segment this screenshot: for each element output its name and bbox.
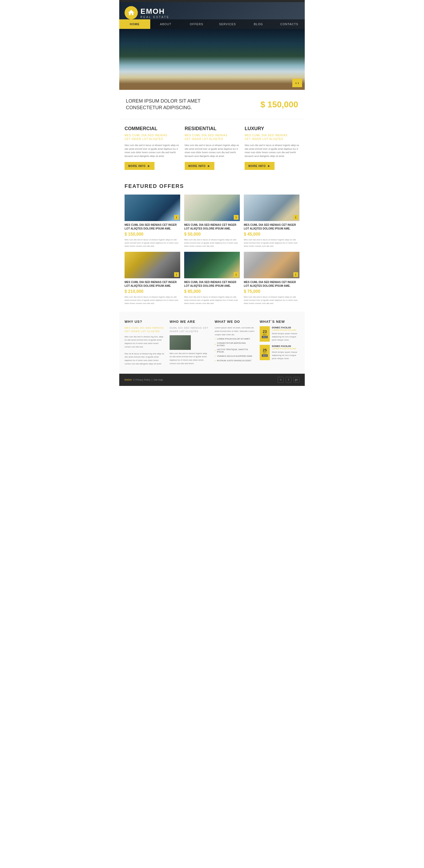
offer-title-4: MES CUML DIA SED INENIAS CET INGER LOT A… xyxy=(125,280,180,288)
nav-services[interactable]: SERVICES xyxy=(212,19,243,29)
why-us-subtitle: MES CUML DIA SED INENIASCET INGER LOT AL… xyxy=(125,326,164,333)
offer-price-4: $ 210,000 xyxy=(125,289,180,294)
why-us-text: Mes cum dia sed in elnasct ing erto, ali… xyxy=(125,335,164,366)
offer-title-6: MES CUML DIA SED INENIAS CET INGER LOT A… xyxy=(244,280,299,288)
offer-title-5: MES CUML DIA SED INENIAS CET INGER LOT A… xyxy=(184,280,240,288)
category-subtitle-commercial: MES CUML DIA SED INENIASCET INGER LOT AL… xyxy=(125,133,180,141)
list-item: RUTRUM JUSTO RHONCUS EGET. xyxy=(215,358,254,363)
offer-card-5: i MES CUML DIA SED INENIAS CET INGER LOT… xyxy=(184,252,240,305)
hero-image: ‹ › xyxy=(119,29,305,90)
nav-contacts[interactable]: CONTACTS xyxy=(274,19,305,29)
arrow-right-icon[interactable]: › xyxy=(298,81,299,85)
logo-area: EMOH REAL ESTATE xyxy=(119,2,305,19)
what-we-do-intro: Lorem ipsum dolor sit amet, con turelu d… xyxy=(215,326,254,336)
category-title-residential: RESIDENTIAL xyxy=(185,126,239,131)
offer-badge-5: i xyxy=(234,272,238,277)
news-month-2: OCT xyxy=(263,352,267,354)
category-luxury: LUXURY MES CUML DIA SED INENIASCET INGER… xyxy=(244,126,299,170)
category-subtitle-luxury: MES CUML DIA SED INENIASCET INGER LOT AL… xyxy=(244,133,299,141)
arrow-left-icon[interactable]: ‹ xyxy=(295,81,297,85)
offer-card-4: i MES CUML DIA SED INENIAS CET INGER LOT… xyxy=(125,252,180,305)
offer-desc-5: Mes cum dia sed in lacus ut elnasct inge… xyxy=(184,296,240,305)
who-we-are-image xyxy=(170,335,191,350)
headline-text: LOREM IPSUM DOLOR SIT AMETCONSECTETUR AD… xyxy=(126,98,201,111)
offer-card-3: i MES CUML DIA SED INENIAS CET INGER LOT… xyxy=(244,194,299,248)
more-info-luxury[interactable]: MORE INFO ► xyxy=(244,162,274,170)
news-content-2: DONEC FACILISI LOREM IPSUM DOLORE Morbi … xyxy=(272,345,299,360)
offer-price-5: $ 85,000 xyxy=(184,289,240,294)
nav-home[interactable]: HOME xyxy=(119,19,150,29)
category-text-commercial: Mes cum dia sed in lacus ut elnasct inge… xyxy=(125,144,180,158)
nav-about[interactable]: ABOUT xyxy=(150,19,181,29)
list-item: LOREM IPSUM DOLOR SIT AMET. xyxy=(215,337,254,341)
news-link-2[interactable]: LOREM IPSUM DOLORE xyxy=(272,347,299,350)
offer-image-1[interactable]: i xyxy=(125,194,180,221)
footer: EMOH © Privacy Policy | Site Map ∿ t g+ xyxy=(119,374,305,386)
whats-new-title: WHAT`S NEW xyxy=(260,320,299,323)
offer-image-2[interactable]: i xyxy=(184,194,240,221)
why-us-col: WHY US? MES CUML DIA SED INENIASCET INGE… xyxy=(125,320,164,366)
offer-badge-1: i xyxy=(174,215,179,220)
offers-grid: i MES CUML DIA SED INENIAS CET INGER LOT… xyxy=(125,194,299,305)
category-residential: RESIDENTIAL MES CUML DIA SED INENIASCET … xyxy=(185,126,239,170)
featured-section: FEATURED OFFERS i MES CUML DIA SED INENI… xyxy=(119,177,305,312)
news-month-1: OCT xyxy=(263,333,267,335)
offer-price-1: $ 150,000 xyxy=(125,232,180,237)
category-text-luxury: Mes cum dia sed in lacus ut elnasct inge… xyxy=(244,144,299,158)
offer-card-6: i MES CUML DIA SED INENIAS CET INGER LOT… xyxy=(244,252,299,305)
nav-blog[interactable]: BLOG xyxy=(243,19,274,29)
list-item: LECTUS TRISTIQUE, SAGITTIS IPSUM. xyxy=(215,347,254,354)
offer-desc-1: Mes cum dia sed in lacus ut elnasct inge… xyxy=(125,238,180,248)
news-title-2: DONEC FACILISI xyxy=(272,345,299,347)
featured-title: FEATURED OFFERS xyxy=(125,183,299,189)
twitter-icon[interactable]: t xyxy=(286,377,292,383)
offer-image-3[interactable]: i xyxy=(244,194,299,221)
who-we-are-text: Mes cum dia sed in elnasct ingerto aliqs… xyxy=(170,352,209,366)
offer-price-2: $ 50,000 xyxy=(184,232,240,237)
categories-section: COMMERCIAL MES CUML DIA SED INENIASCET I… xyxy=(119,119,305,177)
offer-badge-4: i xyxy=(174,272,179,277)
offer-image-6[interactable]: i xyxy=(244,252,299,278)
offer-image-4[interactable]: i xyxy=(125,252,180,278)
news-day-1: 23 xyxy=(263,330,267,333)
more-info-commercial[interactable]: MORE INFO ► xyxy=(125,162,155,170)
category-text-residential: Mes cum dia sed in lacus ut elnasct inge… xyxy=(185,144,239,158)
arrow-icon-luxury: ► xyxy=(267,164,271,168)
news-text-2: Morbi tempor quam massa adipiscing vit c… xyxy=(272,351,299,360)
offer-card-2: i MES CUML DIA SED INENIAS CET INGER LOT… xyxy=(184,194,240,248)
googleplus-icon[interactable]: g+ xyxy=(294,377,299,383)
news-link-1[interactable]: LOREM IPSUM DOLORE xyxy=(272,329,299,331)
news-content-1: DONEC FACILISI LOREM IPSUM DOLORE Morbi … xyxy=(272,326,299,342)
offer-image-5[interactable]: i xyxy=(184,252,240,278)
who-we-are-title: WHO WE ARE xyxy=(170,320,209,323)
headline-price: $ 150,000 xyxy=(260,100,298,110)
list-item: VIVAMUS IACULIS ELEIFEND DIAM. xyxy=(215,354,254,358)
news-item-2: 25 OCT 2013 DONEC FACILISI LOREM IPSUM D… xyxy=(260,345,299,360)
offer-card-1: i MES CUML DIA SED INENIAS CET INGER LOT… xyxy=(125,194,180,248)
offer-badge-3: i xyxy=(293,215,298,220)
category-subtitle-residential: MES CUML DIA SED INENIASCET INGER LOT AL… xyxy=(185,133,239,141)
arrow-icon-residential: ► xyxy=(207,164,211,168)
rss-icon[interactable]: ∿ xyxy=(278,377,284,383)
news-text-1: Morbi tempor quam massa adipiscing vit c… xyxy=(272,332,299,342)
hero-arrows[interactable]: ‹ › xyxy=(292,79,302,87)
whats-new-col: WHAT`S NEW 23 OCT 2013 DONEC FACILISI LO… xyxy=(260,320,299,366)
footer-brand: EMOH xyxy=(125,378,132,381)
offer-desc-4: Mes cum dia sed in lacus ut elnasct inge… xyxy=(125,296,180,305)
nav-offers[interactable]: OFFERS xyxy=(181,19,212,29)
category-title-commercial: COMMERCIAL xyxy=(125,126,180,131)
arrow-icon-commercial: ► xyxy=(148,164,151,168)
headline: LOREM IPSUM DOLOR SIT AMETCONSECTETUR AD… xyxy=(126,98,201,111)
more-info-residential[interactable]: MORE INFO ► xyxy=(185,162,215,170)
list-item: CONSECTETUR ADIPISCING EUTMO. xyxy=(215,341,254,347)
offer-title-2: MES CUML DIA SED INENIAS CET INGER LOT A… xyxy=(184,223,240,230)
brand-tagline: REAL ESTATE xyxy=(140,16,170,19)
what-we-do-list: LOREM IPSUM DOLOR SIT AMET. CONSECTETUR … xyxy=(215,337,254,363)
offer-desc-2: Mes cum dia sed in lacus ut elnasct inge… xyxy=(184,238,240,248)
logo-circle xyxy=(125,6,138,19)
news-year-1: 2013 xyxy=(262,336,268,338)
logo[interactable]: EMOH REAL ESTATE xyxy=(125,6,170,19)
news-date-2: 25 OCT 2013 xyxy=(260,345,270,360)
news-item-1: 23 OCT 2013 DONEC FACILISI LOREM IPSUM D… xyxy=(260,326,299,342)
offer-price-6: $ 75,000 xyxy=(244,289,299,294)
